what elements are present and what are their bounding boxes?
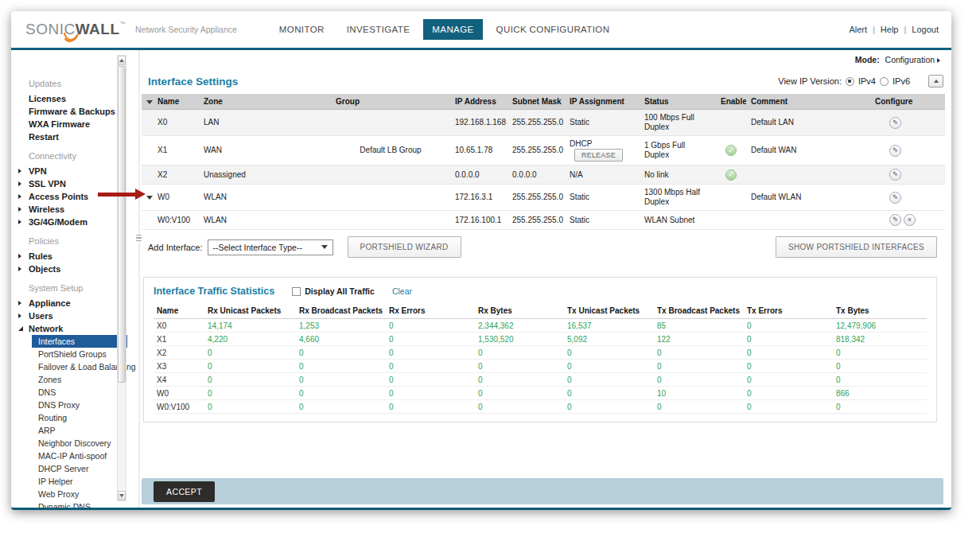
interface-zone: WLAN <box>199 185 331 211</box>
nav-monitor[interactable]: MONITOR <box>270 19 333 40</box>
column-header-name[interactable]: Name <box>142 94 199 110</box>
sidebar-scrollbar[interactable] <box>117 55 126 501</box>
sidebar-item-arp[interactable]: ARP <box>32 424 127 437</box>
interface-ip-assignment: Static <box>565 110 640 136</box>
sidebar-item-failover-load-balancing[interactable]: Failover & Load Balancing <box>32 360 127 373</box>
scroll-up-button[interactable] <box>118 56 126 65</box>
interface-group: Default LB Group <box>331 136 450 165</box>
sidebar-item-neighbor-discovery[interactable]: Neighbor Discovery <box>32 437 127 450</box>
edit-icon[interactable]: ✎ <box>889 169 901 181</box>
sidebar-item-dynamic-dns[interactable]: Dynamic DNS <box>32 500 127 510</box>
accept-bar: ACCEPT <box>142 478 943 504</box>
link-logout[interactable]: Logout <box>912 25 939 34</box>
sidebar-item-web-proxy[interactable]: Web Proxy <box>32 488 127 500</box>
stats-value: 10 <box>654 387 744 400</box>
column-header-status[interactable]: Status <box>640 94 716 110</box>
interface-row-x0: X0LAN192.168.1.168255.255.255.0Static100… <box>142 110 945 136</box>
sidebar-item-routing[interactable]: Routing <box>32 411 127 424</box>
collapse-section-button[interactable] <box>928 75 943 88</box>
link-help[interactable]: Help <box>881 25 899 34</box>
stats-value: 0 <box>296 373 386 387</box>
sidebar-item-dns[interactable]: DNS <box>32 386 127 399</box>
interface-group <box>331 110 450 136</box>
show-portshield-button[interactable]: SHOW PORTSHIELD INTERFACES <box>776 236 937 258</box>
interface-comment: Default LAN <box>746 110 870 136</box>
nav-manage[interactable]: MANAGE <box>423 19 482 40</box>
enabled-check-icon: ✓ <box>725 145 737 156</box>
accept-button[interactable]: ACCEPT <box>154 481 215 502</box>
column-header-enabled[interactable]: Enabled <box>716 94 746 110</box>
stats-value: 0 <box>833 373 927 387</box>
sidebar-item-mac-ip-anti-spoof[interactable]: MAC-IP Anti-spoof <box>32 450 127 462</box>
stats-value: 0 <box>744 373 833 387</box>
stats-value: 122 <box>654 333 744 346</box>
stats-value: 0 <box>564 346 654 360</box>
interface-subnet-mask: 0.0.0.0 <box>508 165 565 185</box>
stats-value: 0 <box>744 333 833 346</box>
scrollbar-thumb[interactable] <box>118 66 126 383</box>
stats-column-tx-errors: Tx Errors <box>744 304 833 319</box>
edit-icon[interactable]: ✎ <box>889 192 901 204</box>
interface-ip-assignment: Static <box>565 185 640 211</box>
stats-interface-name: X0 <box>154 319 204 333</box>
portshield-wizard-button[interactable]: PORTSHIELD WIZARD <box>348 236 461 258</box>
stats-value: 0 <box>386 373 475 387</box>
interface-enabled <box>716 185 746 211</box>
mode-arrow-icon <box>937 58 940 63</box>
traffic-statistics-table: NameRx Unicast PacketsRx Broadcast Packe… <box>154 304 927 414</box>
interface-ip-assignment: DHCPRELEASE <box>565 136 640 165</box>
stats-interface-name: W0:V100 <box>154 400 204 414</box>
stats-interface-name: W0 <box>154 387 204 400</box>
stats-value: 0 <box>296 400 386 414</box>
nav-investigate[interactable]: INVESTIGATE <box>338 19 419 40</box>
sidebar-item-portshield-groups[interactable]: PortShield Groups <box>32 348 127 360</box>
ipv4-radio[interactable] <box>846 77 854 86</box>
collapsed-arrow-icon <box>18 220 21 224</box>
sidebar-item-dhcp-server[interactable]: DHCP Server <box>32 462 127 475</box>
stats-value: 866 <box>833 387 927 400</box>
column-header-group[interactable]: Group <box>331 94 450 110</box>
column-header-configure[interactable]: Configure <box>870 94 945 110</box>
edit-icon[interactable]: ✎ <box>889 117 901 129</box>
nav-quick-configuration[interactable]: QUICK CONFIGURATION <box>488 19 619 40</box>
link-alert[interactable]: Alert <box>849 25 867 34</box>
column-header-zone[interactable]: Zone <box>199 94 331 110</box>
sidebar-item-zones[interactable]: Zones <box>32 373 127 386</box>
add-interface-select[interactable]: --Select Interface Type-- <box>208 239 333 255</box>
column-header-ip-assignment[interactable]: IP Assignment <box>565 94 640 110</box>
expand-arrow-icon[interactable] <box>146 193 158 202</box>
interface-comment: Default WAN <box>746 136 870 165</box>
scroll-down-button[interactable] <box>118 491 126 500</box>
sidebar-item-interfaces[interactable]: Interfaces <box>32 335 127 348</box>
stats-value: 0 <box>386 360 475 373</box>
display-all-traffic-checkbox[interactable] <box>292 287 301 296</box>
interface-name: X0 <box>142 110 199 136</box>
ipv6-label: IPv6 <box>892 76 910 86</box>
interface-enabled <box>716 110 746 136</box>
collapsed-arrow-icon <box>18 267 21 271</box>
ipv6-radio[interactable] <box>880 77 889 86</box>
interface-configure: ✎ <box>870 136 945 165</box>
stats-value: 0 <box>744 400 833 414</box>
column-header-subnet-mask[interactable]: Subnet Mask <box>508 94 565 110</box>
interface-status: 1300 Mbps Half Duplex <box>640 185 716 211</box>
stats-value: 0 <box>833 400 927 414</box>
mode-value[interactable]: Configuration <box>885 55 935 64</box>
column-header-comment[interactable]: Comment <box>746 94 870 110</box>
sidebar-splitter[interactable] <box>138 50 140 508</box>
sidebar-item-dns-proxy[interactable]: DNS Proxy <box>32 399 127 411</box>
edit-icon[interactable]: ✎ <box>889 214 901 226</box>
column-header-ip-address[interactable]: IP Address <box>450 94 508 110</box>
release-button[interactable]: RELEASE <box>574 149 623 162</box>
primary-nav: MONITORINVESTIGATEMANAGEQUICK CONFIGURAT… <box>270 19 619 40</box>
clear-link[interactable]: Clear <box>392 286 412 296</box>
stats-value: 0 <box>564 373 654 387</box>
stats-column-tx-broadcast-packets: Tx Broadcast Packets <box>654 304 744 319</box>
delete-icon[interactable]: × <box>904 214 916 226</box>
utility-links: Alert|Help|Logout <box>849 25 939 34</box>
mode-label: Mode: <box>855 55 880 64</box>
interface-enabled: ✓ <box>716 136 746 165</box>
stats-value: 0 <box>296 346 386 360</box>
sidebar-item-ip-helper[interactable]: IP Helper <box>32 475 127 488</box>
edit-icon[interactable]: ✎ <box>889 145 901 157</box>
